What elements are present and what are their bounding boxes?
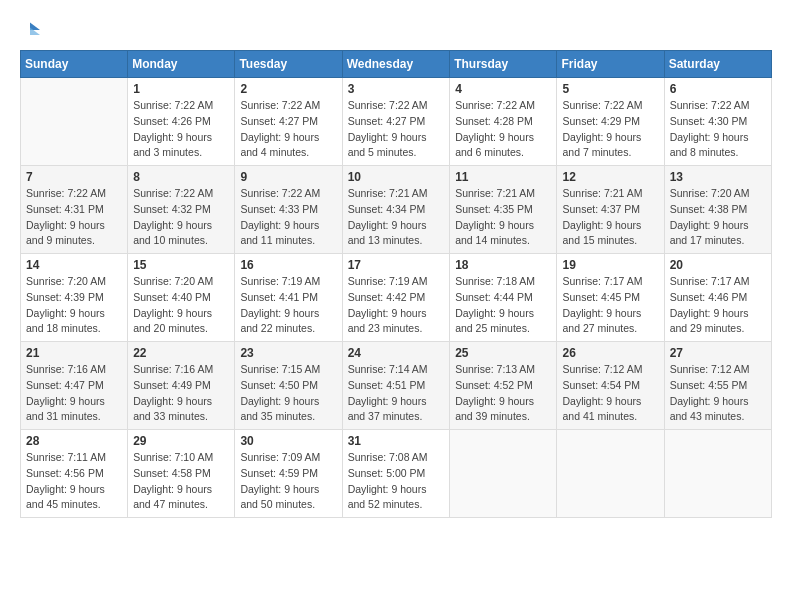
day-cell: 30Sunrise: 7:09 AMSunset: 4:59 PMDayligh…	[235, 430, 342, 518]
day-info: Sunrise: 7:13 AMSunset: 4:52 PMDaylight:…	[455, 362, 551, 425]
day-info: Sunrise: 7:12 AMSunset: 4:54 PMDaylight:…	[562, 362, 658, 425]
day-cell	[21, 78, 128, 166]
day-number: 25	[455, 346, 551, 360]
day-cell	[557, 430, 664, 518]
day-cell: 7Sunrise: 7:22 AMSunset: 4:31 PMDaylight…	[21, 166, 128, 254]
day-info: Sunrise: 7:17 AMSunset: 4:46 PMDaylight:…	[670, 274, 766, 337]
day-number: 9	[240, 170, 336, 184]
day-cell: 22Sunrise: 7:16 AMSunset: 4:49 PMDayligh…	[128, 342, 235, 430]
logo-icon	[20, 20, 40, 40]
header-row: SundayMondayTuesdayWednesdayThursdayFrid…	[21, 51, 772, 78]
day-cell: 28Sunrise: 7:11 AMSunset: 4:56 PMDayligh…	[21, 430, 128, 518]
day-number: 27	[670, 346, 766, 360]
day-number: 22	[133, 346, 229, 360]
day-number: 20	[670, 258, 766, 272]
day-info: Sunrise: 7:21 AMSunset: 4:34 PMDaylight:…	[348, 186, 445, 249]
day-number: 2	[240, 82, 336, 96]
day-number: 15	[133, 258, 229, 272]
day-number: 8	[133, 170, 229, 184]
day-info: Sunrise: 7:15 AMSunset: 4:50 PMDaylight:…	[240, 362, 336, 425]
day-number: 28	[26, 434, 122, 448]
day-number: 11	[455, 170, 551, 184]
week-row-1: 1Sunrise: 7:22 AMSunset: 4:26 PMDaylight…	[21, 78, 772, 166]
day-cell: 17Sunrise: 7:19 AMSunset: 4:42 PMDayligh…	[342, 254, 450, 342]
day-number: 23	[240, 346, 336, 360]
day-info: Sunrise: 7:08 AMSunset: 5:00 PMDaylight:…	[348, 450, 445, 513]
day-cell: 21Sunrise: 7:16 AMSunset: 4:47 PMDayligh…	[21, 342, 128, 430]
day-info: Sunrise: 7:14 AMSunset: 4:51 PMDaylight:…	[348, 362, 445, 425]
day-number: 18	[455, 258, 551, 272]
col-header-monday: Monday	[128, 51, 235, 78]
day-cell: 9Sunrise: 7:22 AMSunset: 4:33 PMDaylight…	[235, 166, 342, 254]
col-header-friday: Friday	[557, 51, 664, 78]
day-cell: 24Sunrise: 7:14 AMSunset: 4:51 PMDayligh…	[342, 342, 450, 430]
day-cell: 8Sunrise: 7:22 AMSunset: 4:32 PMDaylight…	[128, 166, 235, 254]
day-info: Sunrise: 7:22 AMSunset: 4:33 PMDaylight:…	[240, 186, 336, 249]
day-number: 16	[240, 258, 336, 272]
day-info: Sunrise: 7:17 AMSunset: 4:45 PMDaylight:…	[562, 274, 658, 337]
day-cell: 14Sunrise: 7:20 AMSunset: 4:39 PMDayligh…	[21, 254, 128, 342]
day-cell: 27Sunrise: 7:12 AMSunset: 4:55 PMDayligh…	[664, 342, 771, 430]
day-info: Sunrise: 7:22 AMSunset: 4:27 PMDaylight:…	[348, 98, 445, 161]
page-header	[20, 20, 772, 40]
day-info: Sunrise: 7:10 AMSunset: 4:58 PMDaylight:…	[133, 450, 229, 513]
day-info: Sunrise: 7:22 AMSunset: 4:30 PMDaylight:…	[670, 98, 766, 161]
day-number: 31	[348, 434, 445, 448]
day-info: Sunrise: 7:22 AMSunset: 4:27 PMDaylight:…	[240, 98, 336, 161]
day-cell: 18Sunrise: 7:18 AMSunset: 4:44 PMDayligh…	[450, 254, 557, 342]
day-number: 29	[133, 434, 229, 448]
day-cell	[450, 430, 557, 518]
day-cell: 2Sunrise: 7:22 AMSunset: 4:27 PMDaylight…	[235, 78, 342, 166]
day-cell	[664, 430, 771, 518]
day-info: Sunrise: 7:22 AMSunset: 4:29 PMDaylight:…	[562, 98, 658, 161]
col-header-sunday: Sunday	[21, 51, 128, 78]
day-info: Sunrise: 7:21 AMSunset: 4:37 PMDaylight:…	[562, 186, 658, 249]
calendar-table: SundayMondayTuesdayWednesdayThursdayFrid…	[20, 50, 772, 518]
day-cell: 20Sunrise: 7:17 AMSunset: 4:46 PMDayligh…	[664, 254, 771, 342]
day-cell: 19Sunrise: 7:17 AMSunset: 4:45 PMDayligh…	[557, 254, 664, 342]
day-number: 10	[348, 170, 445, 184]
day-info: Sunrise: 7:11 AMSunset: 4:56 PMDaylight:…	[26, 450, 122, 513]
day-cell: 11Sunrise: 7:21 AMSunset: 4:35 PMDayligh…	[450, 166, 557, 254]
col-header-saturday: Saturday	[664, 51, 771, 78]
day-number: 14	[26, 258, 122, 272]
day-info: Sunrise: 7:16 AMSunset: 4:49 PMDaylight:…	[133, 362, 229, 425]
day-cell: 10Sunrise: 7:21 AMSunset: 4:34 PMDayligh…	[342, 166, 450, 254]
day-cell: 15Sunrise: 7:20 AMSunset: 4:40 PMDayligh…	[128, 254, 235, 342]
day-number: 13	[670, 170, 766, 184]
week-row-4: 21Sunrise: 7:16 AMSunset: 4:47 PMDayligh…	[21, 342, 772, 430]
day-info: Sunrise: 7:09 AMSunset: 4:59 PMDaylight:…	[240, 450, 336, 513]
day-info: Sunrise: 7:20 AMSunset: 4:39 PMDaylight:…	[26, 274, 122, 337]
day-info: Sunrise: 7:16 AMSunset: 4:47 PMDaylight:…	[26, 362, 122, 425]
day-info: Sunrise: 7:12 AMSunset: 4:55 PMDaylight:…	[670, 362, 766, 425]
day-cell: 29Sunrise: 7:10 AMSunset: 4:58 PMDayligh…	[128, 430, 235, 518]
day-info: Sunrise: 7:21 AMSunset: 4:35 PMDaylight:…	[455, 186, 551, 249]
day-cell: 5Sunrise: 7:22 AMSunset: 4:29 PMDaylight…	[557, 78, 664, 166]
week-row-5: 28Sunrise: 7:11 AMSunset: 4:56 PMDayligh…	[21, 430, 772, 518]
week-row-3: 14Sunrise: 7:20 AMSunset: 4:39 PMDayligh…	[21, 254, 772, 342]
day-number: 3	[348, 82, 445, 96]
day-cell: 16Sunrise: 7:19 AMSunset: 4:41 PMDayligh…	[235, 254, 342, 342]
week-row-2: 7Sunrise: 7:22 AMSunset: 4:31 PMDaylight…	[21, 166, 772, 254]
day-cell: 3Sunrise: 7:22 AMSunset: 4:27 PMDaylight…	[342, 78, 450, 166]
day-info: Sunrise: 7:22 AMSunset: 4:32 PMDaylight:…	[133, 186, 229, 249]
day-cell: 4Sunrise: 7:22 AMSunset: 4:28 PMDaylight…	[450, 78, 557, 166]
day-info: Sunrise: 7:20 AMSunset: 4:38 PMDaylight:…	[670, 186, 766, 249]
day-number: 21	[26, 346, 122, 360]
day-cell: 23Sunrise: 7:15 AMSunset: 4:50 PMDayligh…	[235, 342, 342, 430]
col-header-thursday: Thursday	[450, 51, 557, 78]
day-cell: 12Sunrise: 7:21 AMSunset: 4:37 PMDayligh…	[557, 166, 664, 254]
day-number: 1	[133, 82, 229, 96]
day-number: 7	[26, 170, 122, 184]
day-info: Sunrise: 7:19 AMSunset: 4:42 PMDaylight:…	[348, 274, 445, 337]
day-number: 12	[562, 170, 658, 184]
day-number: 24	[348, 346, 445, 360]
day-cell: 1Sunrise: 7:22 AMSunset: 4:26 PMDaylight…	[128, 78, 235, 166]
day-cell: 13Sunrise: 7:20 AMSunset: 4:38 PMDayligh…	[664, 166, 771, 254]
day-number: 17	[348, 258, 445, 272]
col-header-wednesday: Wednesday	[342, 51, 450, 78]
day-info: Sunrise: 7:22 AMSunset: 4:31 PMDaylight:…	[26, 186, 122, 249]
day-info: Sunrise: 7:22 AMSunset: 4:26 PMDaylight:…	[133, 98, 229, 161]
day-info: Sunrise: 7:18 AMSunset: 4:44 PMDaylight:…	[455, 274, 551, 337]
day-number: 5	[562, 82, 658, 96]
